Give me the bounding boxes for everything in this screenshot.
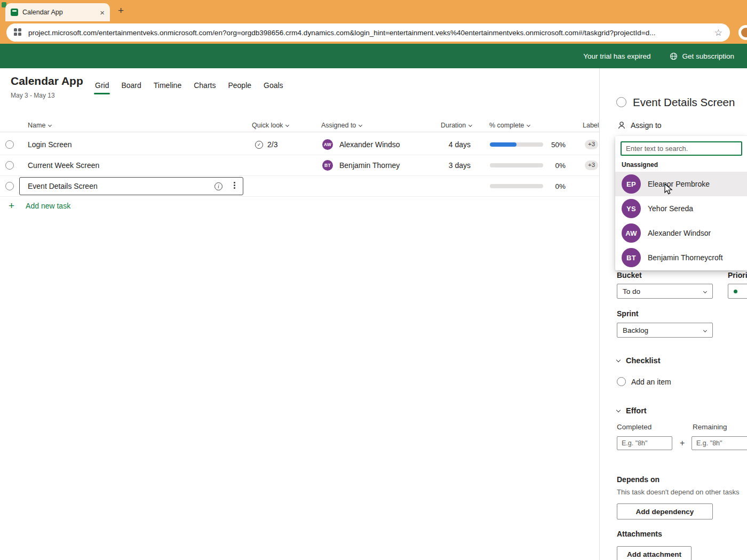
close-tab-icon[interactable]: × [100,9,105,17]
chevron-down-icon [359,123,362,127]
project-app: Calendar App May 3 - May 13 Grid Board T… [0,68,747,560]
bucket-select[interactable]: To do [617,284,713,299]
duration-cell[interactable]: 4 days [422,134,471,155]
assignee-option[interactable]: YS Yehor Sereda [615,196,747,221]
panel-task-title: Event Details Screen [633,96,735,109]
checklist-count: 2/3 [267,140,277,149]
tab-timeline[interactable]: Timeline [153,81,182,94]
progress-bar [490,142,543,147]
quick-look-cell[interactable]: ✓ 2/3 [255,134,277,155]
assignee-option[interactable]: EP Eleanor Pembroke [615,172,747,196]
grid-header: Name Quick look Assigned to Duration % c… [0,120,599,132]
add-new-task-label: Add new task [26,202,70,210]
avatar: AW [322,139,333,150]
project-date-range: May 3 - May 13 [11,92,55,99]
person-icon [617,121,626,130]
checklist-label: Checklist [626,356,660,365]
labels-badge[interactable]: +3 [585,140,598,149]
project-title: Calendar App [11,75,83,87]
assignee-search-input[interactable] [621,141,742,156]
chevron-down-icon [703,289,707,293]
trial-expired-text: Your trial has expired [583,52,650,60]
row-checkbox[interactable] [5,140,14,149]
progress-bar [490,163,543,167]
view-tabs: Grid Board Timeline Charts People Goals [94,81,284,94]
col-quick-look[interactable]: Quick look [252,120,289,131]
percent-label: 0% [539,176,566,196]
get-subscription-button[interactable]: Get subscription [670,52,734,60]
person-name: Alexander Windsor [648,229,711,237]
add-new-task-button[interactable]: + Add new task [9,201,70,211]
effort-section-header[interactable]: Effort [617,406,647,415]
assignee-option[interactable]: BT Benjamin Thorneycroft [615,245,747,270]
remaining-effort-input[interactable] [692,436,747,450]
assignee-option[interactable]: AW Alexander Windsor [615,221,747,245]
assignee-cell[interactable]: AW Alexander Windso [322,134,400,155]
sprint-value: Backlog [623,326,648,334]
chevron-down-icon [48,123,52,127]
col-name[interactable]: Name [28,120,51,131]
site-permissions-icon[interactable] [14,28,22,37]
table-row-selected[interactable]: Event Details Screen i 0% [0,176,599,197]
table-row[interactable]: Login Screen ✓ 2/3 AW Alexander Windso 4… [0,134,599,155]
task-complete-radio[interactable] [616,97,626,107]
chevron-down-icon [285,123,289,127]
task-details-panel: Event Details Screen Assign to Unassigne… [599,68,747,560]
info-icon[interactable]: i [214,182,222,190]
bucket-label: Bucket [617,271,642,279]
priority-dot-icon [734,290,737,293]
priority-label: Priority [728,271,747,279]
tab-board[interactable]: Board [120,81,142,94]
browser-profile-avatar[interactable] [738,25,747,40]
add-attachment-button[interactable]: Add attachment [617,546,692,560]
chevron-down-icon [703,328,707,332]
bookmark-star-icon[interactable]: ☆ [714,28,722,37]
col-assigned-to[interactable]: Assigned to [321,120,362,131]
assign-to-row[interactable]: Assign to [617,121,662,130]
tab-goals[interactable]: Goals [263,81,284,94]
priority-select[interactable] [728,284,747,299]
duration-cell[interactable]: 3 days [422,155,471,175]
progress-fill [490,142,516,147]
assignee-name: Benjamin Thorney [339,161,400,170]
tab-charts[interactable]: Charts [193,81,217,94]
row-checkbox[interactable] [5,182,14,190]
add-dependency-button[interactable]: Add dependency [617,503,713,519]
add-item-label: Add an item [631,378,671,386]
plus-icon: + [9,201,14,211]
more-options-icon[interactable] [234,182,235,189]
completed-label: Completed [617,423,651,431]
tab-grid[interactable]: Grid [94,81,110,94]
col-percent-complete[interactable]: % complete [489,120,530,131]
person-name: Eleanor Pembroke [648,180,710,188]
percent-label: 0% [539,155,566,175]
row-checkbox[interactable] [5,161,14,170]
progress-bar [490,184,543,188]
effort-label: Effort [626,406,647,415]
avatar: YS [622,199,641,218]
tab-people[interactable]: People [227,81,252,94]
task-name: Event Details Screen [28,182,98,190]
selected-task-cell[interactable]: Event Details Screen i [19,177,243,195]
person-name: Benjamin Thorneycroft [648,253,723,262]
checklist-section-header[interactable]: Checklist [617,356,660,365]
col-duration[interactable]: Duration [441,120,472,131]
assignee-cell[interactable]: BT Benjamin Thorney [322,155,400,175]
sprint-select[interactable]: Backlog [617,323,713,338]
add-checklist-item[interactable]: Add an item [617,377,671,386]
depends-on-label: Depends on [617,475,659,484]
new-tab-button[interactable]: + [118,5,124,17]
avatar: BT [622,248,641,267]
task-name[interactable]: Login Screen [28,134,72,155]
completed-effort-input[interactable] [617,436,672,450]
unassigned-group-label: Unassigned [622,161,741,169]
task-name[interactable]: Current Week Screen [28,155,99,175]
table-row[interactable]: Current Week Screen BT Benjamin Thorney … [0,155,599,176]
avatar: EP [622,174,641,194]
labels-badge[interactable]: +3 [585,161,598,170]
address-bar[interactable]: project.microsoft.com/entertainmentveks.… [6,23,730,42]
person-name: Yehor Sereda [648,204,693,213]
browser-tab[interactable]: Calendar App × [5,3,110,21]
address-row: project.microsoft.com/entertainmentveks.… [0,21,747,44]
checklist-item-circle [617,377,626,386]
